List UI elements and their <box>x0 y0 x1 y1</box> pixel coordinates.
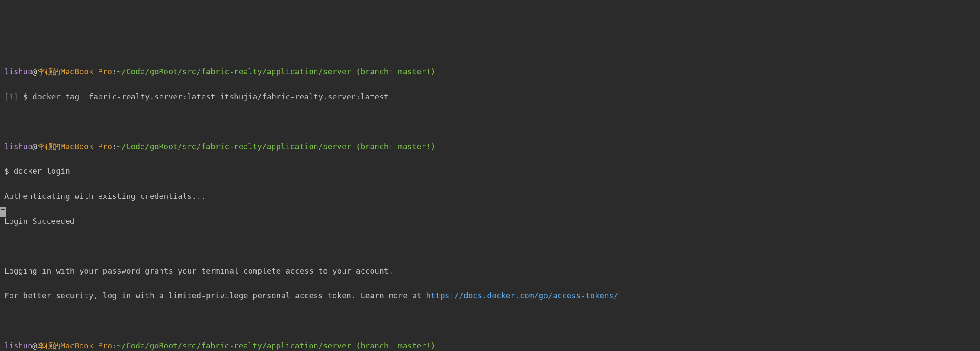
prompt-branch: (branch: master!) <box>351 67 436 76</box>
command-line-2: $ docker login <box>4 165 976 178</box>
prompt-user: lishuo <box>4 341 32 350</box>
prompt-branch: (branch: master!) <box>351 341 436 350</box>
prompt-at: @ <box>32 341 37 350</box>
cmd-docker-login: docker login <box>14 166 70 176</box>
prompt-path: ~/Code/goRoot/src/fabric-realty/applicat… <box>117 67 351 76</box>
ps1: $ <box>4 166 14 176</box>
job-indicator: [1] <box>4 92 23 101</box>
prompt-host: 李硕的MacBook Pro <box>37 67 112 76</box>
output-auth: Authenticating with existing credentials… <box>4 190 976 203</box>
prompt-line-2: lishuo@李硕的MacBook Pro:~/Code/goRoot/src/… <box>4 140 976 153</box>
cmd-docker-tag: docker tag fabric-realty.server:latest i… <box>32 92 389 101</box>
output-warning-2-text: For better security, log in with a limit… <box>4 291 426 300</box>
prompt-user: lishuo <box>4 67 32 76</box>
prompt-line-3: lishuo@李硕的MacBook Pro:~/Code/goRoot/src/… <box>4 340 976 351</box>
prompt-colon: : <box>112 341 117 350</box>
prompt-line-1: lishuo@李硕的MacBook Pro:~/Code/goRoot/src/… <box>4 66 976 78</box>
prompt-at: @ <box>32 142 37 151</box>
prompt-colon: : <box>112 142 117 151</box>
output-warning-1: Logging in with your password grants you… <box>4 265 976 278</box>
prompt-branch: (branch: master!) <box>351 142 436 151</box>
prompt-path: ~/Code/goRoot/src/fabric-realty/applicat… <box>117 341 351 350</box>
prompt-at: @ <box>32 67 37 76</box>
blank-line <box>4 240 976 252</box>
edge-cursor-icon <box>0 207 6 217</box>
ps1: $ <box>23 92 32 101</box>
prompt-path: ~/Code/goRoot/src/fabric-realty/applicat… <box>117 142 351 151</box>
prompt-host: 李硕的MacBook Pro <box>37 142 112 151</box>
output-login-succeeded: Login Succeeded <box>4 215 976 228</box>
blank-line <box>4 315 976 327</box>
prompt-colon: : <box>112 67 117 76</box>
terminal-area[interactable]: lishuo@李硕的MacBook Pro:~/Code/goRoot/src/… <box>4 53 976 351</box>
docker-docs-link[interactable]: https://docs.docker.com/go/access-tokens… <box>426 291 618 300</box>
prompt-user: lishuo <box>4 142 32 151</box>
blank-line <box>4 115 976 128</box>
command-line-1: [1] $ docker tag fabric-realty.server:la… <box>4 91 976 103</box>
output-warning-2: For better security, log in with a limit… <box>4 290 976 302</box>
prompt-host: 李硕的MacBook Pro <box>37 341 112 350</box>
